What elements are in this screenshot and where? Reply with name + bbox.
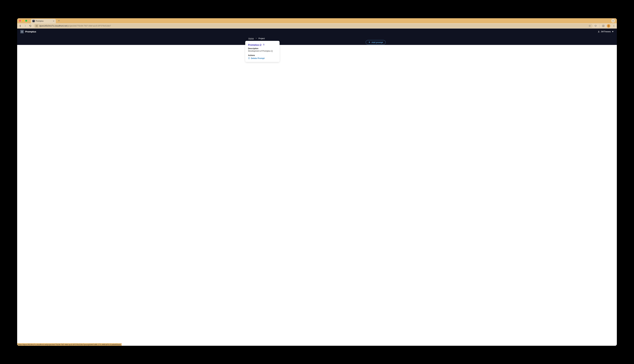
app-content: ◎ Promptus JWThewes ▼ Home Project — [17, 28, 617, 346]
prompt-card: Promptus Q Description Development of Pr… — [245, 41, 280, 62]
url-domain: dpze145z3mz7o.cloudfront.net — [39, 25, 67, 27]
app-logo: ◎ — [20, 30, 24, 33]
chevron-down-icon: ▼ — [612, 30, 614, 33]
tab-title: Promptus — [36, 20, 44, 22]
person-icon — [608, 25, 610, 27]
url-text: dpze145z3mz7o.cloudfront.net/project/eb7… — [39, 25, 587, 27]
breadcrumb-home[interactable]: Home — [248, 37, 254, 40]
hero-section: Home Project Add prompt — [17, 35, 617, 45]
user-menu[interactable]: JWThewes ▼ — [598, 30, 614, 33]
new-tab-button[interactable]: + — [57, 19, 61, 22]
svg-rect-3 — [37, 26, 37, 26]
panel-icon — [602, 25, 604, 27]
close-tab-icon[interactable]: × — [53, 20, 54, 22]
kebab-icon — [613, 25, 615, 27]
window-controls — [19, 20, 27, 22]
chevron-down-icon — [612, 20, 614, 22]
description-text: Development of Promptus Q — [248, 50, 277, 52]
reload-button[interactable] — [29, 24, 32, 28]
toolbar-divider — [600, 24, 600, 27]
svg-rect-1 — [37, 26, 37, 26]
svg-rect-13 — [263, 44, 264, 45]
bookmark-button[interactable] — [588, 24, 591, 27]
browser-chrome: P Promptus × + — [17, 18, 617, 28]
puzzle-icon — [595, 25, 597, 27]
username: JWThewes — [601, 30, 611, 33]
trash-icon — [248, 57, 250, 59]
menu-button[interactable] — [612, 24, 615, 27]
forward-button[interactable] — [24, 24, 27, 28]
description-label: Description — [248, 48, 277, 50]
toolbar-right — [594, 24, 615, 28]
user-icon — [598, 30, 600, 33]
card-header: Promptus Q — [248, 43, 277, 46]
add-prompt-label: Add prompt — [372, 41, 383, 44]
app-title: Promptus — [25, 30, 36, 33]
address-bar[interactable]: dpze145z3mz7o.cloudfront.net/project/eb7… — [34, 24, 593, 28]
status-bar: https://dpze145z3mz7o.cloudfront.net/pro… — [17, 343, 122, 346]
browser-toolbar: dpze145z3mz7o.cloudfront.net/project/eb7… — [17, 23, 617, 28]
svg-rect-4 — [602, 25, 604, 27]
star-icon — [588, 25, 591, 27]
svg-rect-2 — [36, 26, 36, 26]
site-settings-icon[interactable] — [35, 24, 38, 27]
breadcrumb: Home Project — [248, 37, 386, 40]
maximize-window-button[interactable] — [25, 20, 27, 22]
prompt-title-link[interactable]: Promptus Q — [248, 43, 262, 46]
svg-point-10 — [598, 31, 599, 32]
tab-dropdown-button[interactable] — [611, 19, 615, 22]
breadcrumb-current: Project — [258, 37, 265, 40]
delete-prompt-button[interactable]: Delete Prompt — [248, 57, 277, 60]
plus-icon — [368, 41, 370, 43]
svg-point-6 — [608, 25, 609, 26]
side-panel-button[interactable] — [602, 24, 605, 27]
delete-prompt-label: Delete Prompt — [251, 57, 264, 60]
main-section: Promptus Q Description Development of Pr… — [17, 45, 617, 346]
tab-strip: P Promptus × — [31, 18, 56, 23]
extensions-button[interactable] — [594, 24, 597, 27]
minimize-window-button[interactable] — [22, 20, 24, 22]
reload-icon — [29, 25, 32, 27]
profile-button[interactable] — [607, 24, 610, 28]
browser-tab[interactable]: P Promptus × — [31, 19, 56, 23]
chevron-right-icon — [256, 37, 257, 40]
svg-rect-14 — [248, 58, 250, 59]
arrow-left-icon — [19, 25, 22, 27]
actions-label: Actions — [248, 54, 277, 56]
close-window-button[interactable] — [19, 20, 21, 22]
lock-icon — [263, 43, 265, 46]
add-prompt-button[interactable]: Add prompt — [366, 40, 386, 44]
url-path: /project/eb770c94-7fd7-44ef-acc5-0f7379c… — [67, 25, 111, 27]
svg-point-7 — [614, 25, 614, 26]
svg-point-8 — [614, 26, 614, 26]
arrow-right-icon — [24, 25, 26, 27]
svg-rect-0 — [36, 26, 36, 26]
app-header: ◎ Promptus JWThewes ▼ — [17, 28, 617, 35]
svg-point-9 — [614, 26, 614, 27]
favicon: P — [32, 20, 35, 22]
back-button[interactable] — [19, 24, 22, 28]
browser-titlebar: P Promptus × + — [17, 18, 617, 23]
